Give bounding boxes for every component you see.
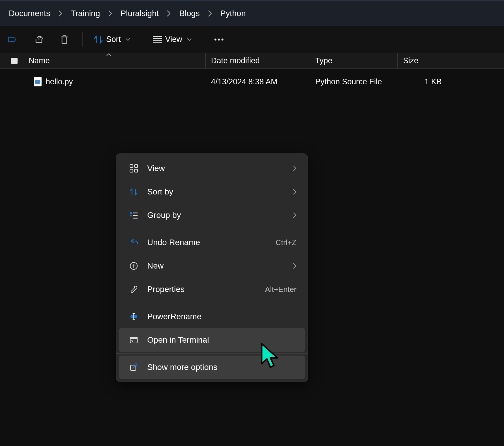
breadcrumb-training[interactable]: Training xyxy=(69,7,102,20)
svg-rect-8 xyxy=(135,165,138,168)
chevron-right-icon xyxy=(52,10,69,17)
svg-point-6 xyxy=(221,38,223,40)
breadcrumb: Documents Training Pluralsight Blogs Pyt… xyxy=(0,0,504,26)
menu-group-by-label: Group by xyxy=(147,211,293,220)
grid-icon xyxy=(127,164,140,173)
terminal-icon xyxy=(127,336,140,344)
column-headers: Name Date modified Type Size xyxy=(0,53,504,69)
breadcrumb-blogs[interactable]: Blogs xyxy=(177,7,201,20)
file-type: Python Source File xyxy=(310,77,398,86)
column-name-label: Name xyxy=(29,56,50,65)
table-row[interactable]: hello.py 4/13/2024 8:38 AM Python Source… xyxy=(0,73,504,91)
chevron-right-icon xyxy=(293,165,296,171)
menu-show-more[interactable]: Show more options xyxy=(119,356,305,379)
breadcrumb-pluralsight[interactable]: Pluralsight xyxy=(119,7,161,20)
external-icon xyxy=(127,363,140,372)
more-button[interactable] xyxy=(209,38,229,41)
breadcrumb-python[interactable]: Python xyxy=(219,7,248,20)
svg-rect-24 xyxy=(130,337,137,339)
view-label: View xyxy=(165,35,182,44)
svg-rect-11 xyxy=(130,212,132,214)
divider xyxy=(116,303,308,303)
wrench-icon xyxy=(127,285,140,294)
column-date-label: Date modified xyxy=(211,56,260,65)
column-size[interactable]: Size xyxy=(398,56,504,65)
column-name[interactable]: Name xyxy=(29,53,206,68)
chevron-right-icon xyxy=(160,10,177,17)
view-button[interactable]: View xyxy=(147,35,197,44)
svg-rect-13 xyxy=(130,215,132,216)
menu-power-rename-label: PowerRename xyxy=(147,312,296,321)
menu-new-label: New xyxy=(147,261,293,271)
menu-new[interactable]: New xyxy=(119,254,305,278)
chevron-down-icon xyxy=(126,38,130,41)
view-list-icon xyxy=(152,36,162,43)
menu-group-by[interactable]: Group by xyxy=(119,204,305,227)
menu-undo-rename-accel: Ctrl+Z xyxy=(276,238,297,247)
chevron-down-icon xyxy=(187,38,192,41)
chevron-right-icon xyxy=(202,10,219,17)
menu-sort-by[interactable]: Sort by xyxy=(119,180,305,204)
divider xyxy=(116,229,308,229)
menu-properties-accel: Alt+Enter xyxy=(265,285,296,294)
column-date[interactable]: Date modified xyxy=(206,53,310,68)
file-date: 4/13/2024 8:38 AM xyxy=(206,77,310,86)
sort-icon xyxy=(127,187,140,196)
chevron-right-icon xyxy=(102,10,119,17)
share-icon[interactable] xyxy=(26,31,52,48)
menu-view-label: View xyxy=(147,164,293,173)
python-file-icon xyxy=(34,77,42,86)
file-name: hello.py xyxy=(46,77,73,86)
breadcrumb-documents[interactable]: Documents xyxy=(7,7,52,20)
column-type[interactable]: Type xyxy=(310,53,398,68)
column-size-label: Size xyxy=(403,56,419,65)
menu-properties-label: Properties xyxy=(147,285,265,294)
menu-open-terminal[interactable]: Open in Terminal xyxy=(119,328,305,352)
sort-asc-icon xyxy=(106,53,112,56)
menu-undo-rename[interactable]: Undo Rename Ctrl+Z xyxy=(119,231,305,254)
svg-point-5 xyxy=(218,38,220,40)
svg-point-4 xyxy=(214,38,216,40)
group-icon xyxy=(127,211,140,220)
chevron-right-icon xyxy=(293,263,296,269)
file-size: 1 KB xyxy=(398,77,442,86)
column-type-label: Type xyxy=(315,56,332,65)
ellipsis-icon xyxy=(214,38,224,41)
svg-rect-9 xyxy=(130,169,133,172)
delete-icon[interactable] xyxy=(52,31,77,48)
rename-icon[interactable] xyxy=(0,31,26,48)
sort-button[interactable]: Sort xyxy=(88,35,136,44)
menu-open-terminal-label: Open in Terminal xyxy=(147,335,296,345)
menu-power-rename[interactable]: PowerRename xyxy=(119,305,305,328)
sort-label: Sort xyxy=(106,35,121,44)
plus-circle-icon xyxy=(127,262,140,270)
select-all-checkbox[interactable] xyxy=(0,58,29,64)
menu-view[interactable]: View xyxy=(119,157,305,180)
menu-show-more-label: Show more options xyxy=(147,363,296,372)
chevron-right-icon xyxy=(293,212,296,218)
svg-rect-10 xyxy=(135,169,138,172)
svg-rect-7 xyxy=(130,165,133,168)
chevron-right-icon xyxy=(293,189,296,195)
toolbar: Sort View xyxy=(0,26,504,53)
context-menu: View Sort by Group by Undo Rename Ctrl+Z xyxy=(116,153,308,382)
menu-undo-rename-label: Undo Rename xyxy=(147,238,276,247)
divider xyxy=(83,32,83,47)
menu-sort-by-label: Sort by xyxy=(147,187,293,196)
sort-icon xyxy=(93,35,103,44)
power-rename-icon xyxy=(127,312,140,321)
divider xyxy=(116,353,308,354)
undo-icon xyxy=(127,238,140,247)
menu-properties[interactable]: Properties Alt+Enter xyxy=(119,278,305,301)
